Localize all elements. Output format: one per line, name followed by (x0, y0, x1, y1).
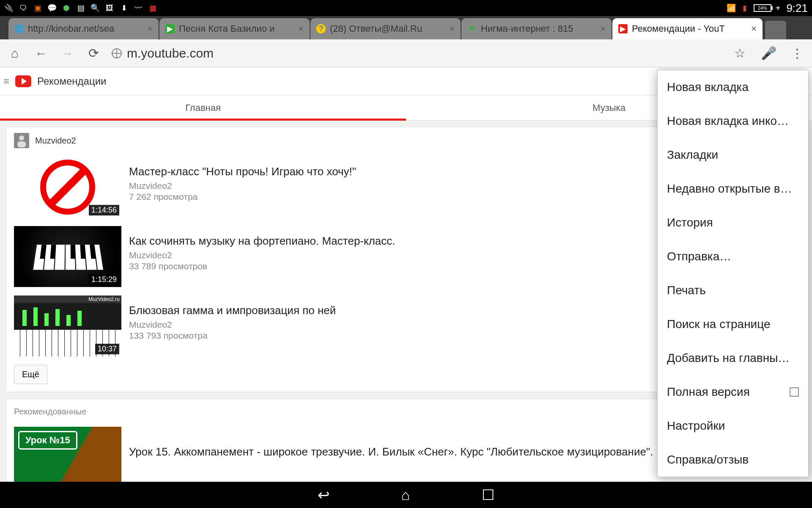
chrome-menu-popup: Новая вкладка Новая вкладка инко… Заклад… (657, 70, 809, 477)
menu-settings[interactable]: Настройки (658, 409, 808, 443)
chat-icon: 💬 (47, 3, 57, 13)
video-info: Как сочинять музыку на фортепиано. Масте… (129, 226, 395, 271)
youtube-icon: ▶ (618, 24, 628, 33)
tab-title: Песня Кота Базилио и (179, 23, 294, 34)
thumb-brand: MuzVideo2.ru (14, 295, 121, 303)
status-right: 📶 ▮ 24% + 9:21 (727, 2, 808, 15)
menu-label: Полная версия (667, 385, 750, 399)
thumb-badge: Урок №15 (18, 431, 77, 450)
menu-bookmarks[interactable]: Закладки (658, 138, 808, 172)
avatar (14, 133, 29, 148)
menu-icon[interactable]: ⋮ (789, 46, 805, 61)
tab-title: http://kinobar.net/sea (28, 23, 143, 34)
more-button[interactable]: Ещё (14, 365, 47, 384)
video-channel: Muzvideo2 (129, 250, 395, 260)
forward-icon[interactable]: → (59, 46, 75, 61)
video-channel: Muzvideo2 (129, 181, 356, 191)
video-views: 7 262 просмотра (129, 192, 356, 202)
video-info: Блюзовая гамма и импровизация по ней Muz… (129, 295, 336, 341)
app-icon: ⬢ (62, 3, 71, 13)
notif-icon: 🗨 (19, 3, 28, 13)
tab-main[interactable]: Главная (0, 95, 406, 120)
tab-title: (28) Ответы@Mail.Ru (330, 23, 445, 34)
music-app-icon: ▩ (148, 3, 157, 13)
youtube-page: ≡ Рекомендации Главная Музыка Muzvideo2 … (0, 67, 812, 482)
page-title: Рекомендации (37, 75, 106, 87)
globe-icon: 🌐 (14, 24, 24, 33)
video-duration: 10:37 (95, 344, 119, 354)
hamburger-icon[interactable]: ≡ (3, 75, 9, 87)
battery-plus-icon: + (776, 3, 781, 13)
download-icon: ⬇ (119, 3, 129, 13)
tab-kinobar[interactable]: 🌐 http://kinobar.net/sea × (8, 18, 159, 39)
menu-add-home[interactable]: Добавить на главны… (658, 341, 808, 375)
video-duration: 1:14:56 (89, 205, 119, 215)
tab-nigma[interactable]: ❋ Нигма-интернет : 815 × (461, 18, 612, 39)
video-duration: 1:15:29 (89, 274, 119, 285)
checkbox-icon[interactable] (790, 387, 799, 397)
video-views: 33 789 просмотров (129, 261, 395, 271)
battery-percent: 24% (758, 6, 767, 11)
battery-icon: 24% (754, 4, 771, 12)
tab-label: Музыка (593, 102, 625, 113)
star-icon[interactable]: ☆ (732, 46, 748, 61)
tab-title: Рекомендации - YouT (632, 23, 747, 34)
alert-icon: ▣ (33, 3, 42, 13)
close-icon[interactable]: × (600, 23, 606, 34)
video-title: Урок 15. Аккомпанемент - широкое трезвуч… (129, 445, 653, 458)
menu-history[interactable]: История (658, 206, 808, 240)
url-input[interactable]: m.youtube.com (112, 46, 721, 61)
tab-title: Нигма-интернет : 815 (481, 23, 596, 34)
close-icon[interactable]: × (147, 23, 153, 34)
close-icon[interactable]: × (298, 23, 304, 34)
play-icon: ▶ (165, 24, 175, 33)
menu-new-incognito[interactable]: Новая вкладка инко… (658, 104, 808, 138)
close-icon[interactable]: × (751, 23, 757, 34)
video-title: Мастер-класс "Ноты прочь! Играю что хочу… (129, 165, 356, 178)
menu-recent[interactable]: Недавно открытые в… (658, 172, 808, 206)
status-left-icons: 🔌 🗨 ▣ 💬 ⬢ ▤ 🔍 🖼 ⬇ 〰 ▩ (4, 3, 157, 13)
android-nav-bar: ↩ ⌂ ☐ (0, 482, 812, 508)
menu-find[interactable]: Поиск на странице (658, 307, 808, 341)
video-thumbnail: 1:15:29 (14, 226, 121, 287)
addr-right-icons: ☆ 🎤 ⋮ (732, 46, 805, 61)
back-softkey-icon[interactable]: ↩ (318, 486, 329, 503)
menu-desktop-site[interactable]: Полная версия (658, 375, 808, 409)
tab-bazilio[interactable]: ▶ Песня Кота Базилио и × (159, 18, 310, 39)
reload-icon[interactable]: ⟳ (85, 46, 102, 61)
video-thumbnail: Урок №15 (14, 427, 121, 482)
close-icon[interactable]: × (449, 23, 455, 34)
channel-name: Muzvideo2 (35, 136, 76, 146)
recent-softkey-icon[interactable]: ☐ (482, 486, 494, 503)
globe-icon (112, 48, 122, 58)
mic-icon[interactable]: 🎤 (760, 46, 776, 61)
signal-icon: ▮ (740, 3, 749, 13)
android-status-bar: 🔌 🗨 ▣ 💬 ⬢ ▤ 🔍 🖼 ⬇ 〰 ▩ 📶 ▮ 24% + 9:21 (0, 0, 812, 16)
menu-help[interactable]: Справка/отзыв (658, 443, 808, 477)
video-info: Мастер-класс "Ноты прочь! Играю что хочу… (129, 157, 356, 202)
home-softkey-icon[interactable]: ⌂ (401, 487, 410, 503)
walkman-icon: 〰 (134, 3, 143, 13)
url-text: m.youtube.com (127, 46, 214, 61)
menu-share[interactable]: Отправка… (658, 240, 808, 273)
video-channel: Muzvideo2 (129, 320, 336, 330)
home-icon[interactable]: ⌂ (7, 46, 23, 61)
youtube-logo-icon[interactable] (15, 75, 31, 87)
new-tab-button[interactable] (765, 21, 786, 39)
address-bar: ⌂ ← → ⟳ m.youtube.com ☆ 🎤 ⋮ (0, 39, 812, 67)
tab-youtube[interactable]: ▶ Рекомендации - YouT × (612, 18, 763, 39)
tab-label: Главная (185, 102, 221, 113)
tab-mailru[interactable]: ? (28) Ответы@Mail.Ru × (310, 18, 461, 39)
wifi-icon: 📶 (727, 3, 736, 13)
usb-icon: 🔌 (4, 3, 14, 13)
help-icon: ? (316, 24, 326, 33)
menu-new-tab[interactable]: Новая вкладка (658, 70, 808, 104)
back-icon[interactable]: ← (33, 46, 49, 61)
video-title: Блюзовая гамма и импровизация по ней (129, 304, 336, 317)
video-title: Как сочинять музыку на фортепиано. Масте… (129, 235, 395, 248)
menu-print[interactable]: Печать (658, 273, 808, 307)
video-thumbnail: MuzVideo2.ru 10:37 (14, 295, 121, 356)
video-info: Урок 15. Аккомпанемент - широкое трезвуч… (129, 427, 653, 461)
image-icon: 🖼 (105, 3, 114, 13)
browser-tab-strip: 🌐 http://kinobar.net/sea × ▶ Песня Кота … (0, 16, 812, 39)
